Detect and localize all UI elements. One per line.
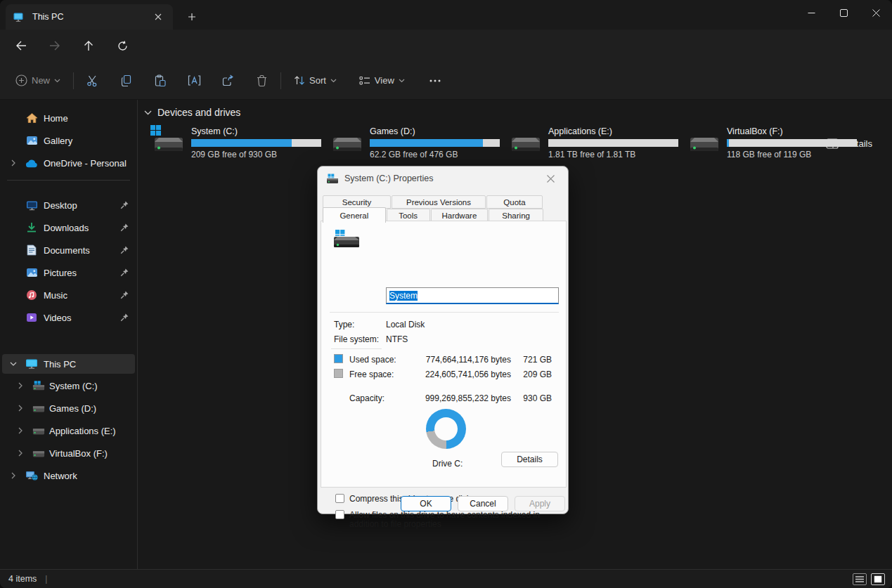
sidebar-item-documents[interactable]: Documents	[0, 239, 137, 261]
sidebar-item-label: Games (D:)	[49, 403, 96, 414]
system-drive-icon	[153, 131, 184, 164]
chevron-down-icon[interactable]	[144, 110, 152, 115]
sidebar-item-music[interactable]: Music	[0, 284, 137, 306]
chevron-right-icon[interactable]	[15, 427, 25, 434]
sidebar-item-label: Documents	[44, 245, 90, 256]
monitor-icon	[13, 11, 24, 22]
pin-icon	[119, 290, 130, 300]
sidebar-item-onedrive[interactable]: OneDrive - Personal	[0, 152, 137, 174]
chevron-right-icon[interactable]	[15, 382, 25, 389]
minimize-button[interactable]	[795, 0, 827, 25]
free-space-bytes: 224,605,741,056 bytes	[416, 370, 511, 379]
sidebar-item-network[interactable]: Network	[0, 464, 137, 487]
window-controls	[795, 0, 892, 30]
drive-free-space: 209 GB free of 930 GB	[191, 150, 321, 159]
apply-button[interactable]: Apply	[515, 496, 565, 511]
sidebar-item-gallery[interactable]: Gallery	[0, 129, 137, 152]
chevron-down-icon[interactable]	[8, 362, 18, 366]
sidebar-item-this-pc[interactable]: This PC	[2, 354, 135, 374]
sidebar-item-pictures[interactable]: Pictures	[0, 261, 137, 284]
paste-button[interactable]	[148, 69, 172, 93]
sidebar-item-virtualbox-f[interactable]: VirtualBox (F:)	[0, 442, 137, 464]
sidebar-item-applications-e[interactable]: Applications (E:)	[0, 419, 137, 442]
details-view-button[interactable]	[853, 573, 867, 585]
pin-icon	[119, 313, 130, 322]
drive-name: VirtualBox (F:)	[727, 126, 857, 136]
sidebar-item-label: System (C:)	[49, 381, 98, 391]
tab-label: Previous Versions	[406, 198, 471, 207]
chevron-right-icon[interactable]	[8, 472, 18, 479]
tab-this-pc[interactable]: This PC	[6, 4, 173, 30]
sidebar-item-label: Applications (E:)	[49, 426, 116, 436]
cancel-button[interactable]: Cancel	[458, 496, 508, 511]
more-options-button[interactable]	[423, 69, 447, 93]
capacity-size: 930 GB	[518, 393, 552, 403]
dialog-title: System (C:) Properties	[344, 174, 541, 183]
sort-button[interactable]: Sort	[288, 68, 342, 93]
capacity-bar-fill	[370, 139, 483, 147]
pin-icon	[119, 268, 130, 277]
volume-name-input[interactable]: System	[386, 287, 559, 304]
close-button[interactable]	[860, 0, 892, 25]
drive-tile-system-c[interactable]: System (C:) 209 GB free of 930 GB	[153, 125, 326, 164]
separator	[330, 312, 559, 313]
tab-previous-versions[interactable]: Previous Versions	[392, 195, 486, 209]
sidebar-item-desktop[interactable]: Desktop	[0, 194, 137, 216]
view-button-label: View	[375, 75, 394, 86]
maximize-button[interactable]	[827, 0, 860, 25]
large-icons-view-button[interactable]	[871, 573, 885, 585]
drive-name: Applications (E:)	[548, 126, 678, 136]
up-button[interactable]	[77, 36, 100, 55]
music-icon	[25, 289, 38, 301]
share-button[interactable]	[216, 69, 240, 93]
downloads-icon	[25, 222, 38, 233]
dialog-tab-strip: Security Previous Versions Quota General…	[323, 195, 544, 222]
forward-button[interactable]	[44, 36, 66, 55]
file-system-value: NTFS	[386, 334, 408, 344]
drive-tile-applications-e[interactable]: Applications (E:) 1.81 TB free of 1.81 T…	[510, 125, 683, 164]
sidebar-item-home[interactable]: Home	[0, 107, 137, 129]
drive-c-label: Drive C:	[432, 459, 463, 469]
index-checkbox[interactable]	[335, 510, 344, 519]
cut-button[interactable]	[81, 69, 105, 93]
drive-icon	[32, 425, 45, 436]
free-space-label: Free space:	[349, 370, 394, 379]
drive-tile-games-d[interactable]: Games (D:) 62.2 GB free of 476 GB	[332, 125, 505, 164]
pictures-icon	[25, 267, 38, 278]
compress-checkbox[interactable]	[335, 494, 344, 503]
dialog-close-icon[interactable]	[541, 170, 560, 187]
rename-button[interactable]	[182, 69, 206, 93]
sidebar-item-label: Pictures	[44, 268, 77, 278]
dialog-details-button[interactable]: Details	[501, 452, 558, 467]
new-button[interactable]: New	[10, 68, 66, 93]
drive-icon	[689, 131, 720, 164]
section-devices-and-drives[interactable]: Devices and drives	[144, 107, 240, 118]
chevron-right-icon[interactable]	[8, 159, 18, 166]
used-space-swatch	[334, 354, 343, 363]
drive-tile-virtualbox-f[interactable]: VirtualBox (F:) 118 GB free of 119 GB	[689, 125, 862, 164]
back-button[interactable]	[10, 36, 32, 55]
chevron-right-icon[interactable]	[15, 450, 25, 457]
new-tab-button[interactable]	[183, 8, 201, 25]
dialog-title-bar[interactable]: System (C:) Properties	[318, 166, 568, 190]
refresh-button[interactable]	[111, 36, 134, 55]
delete-button[interactable]	[250, 69, 273, 93]
chevron-right-icon[interactable]	[15, 405, 25, 412]
view-button[interactable]: View	[354, 68, 411, 93]
sidebar-item-games-d[interactable]: Games (D:)	[0, 397, 137, 419]
free-space-size: 209 GB	[518, 370, 552, 379]
type-label: Type:	[334, 320, 354, 329]
tab-general[interactable]: General	[323, 207, 386, 223]
used-space-bytes: 774,664,114,176 bytes	[416, 355, 511, 365]
tab-label: Sharing	[502, 211, 530, 220]
drive-free-space: 1.81 TB free of 1.81 TB	[548, 150, 678, 159]
sidebar-item-downloads[interactable]: Downloads	[0, 216, 137, 239]
tab-close-icon[interactable]	[150, 9, 166, 25]
sidebar-item-label: Downloads	[44, 223, 89, 233]
tab-quota[interactable]: Quota	[486, 195, 543, 209]
copy-button[interactable]	[115, 69, 138, 93]
sidebar-item-videos[interactable]: Videos	[0, 306, 137, 329]
sidebar-item-system-c[interactable]: System (C:)	[0, 374, 137, 397]
ok-button[interactable]: OK	[401, 496, 451, 511]
toolbar-separator	[280, 72, 281, 89]
